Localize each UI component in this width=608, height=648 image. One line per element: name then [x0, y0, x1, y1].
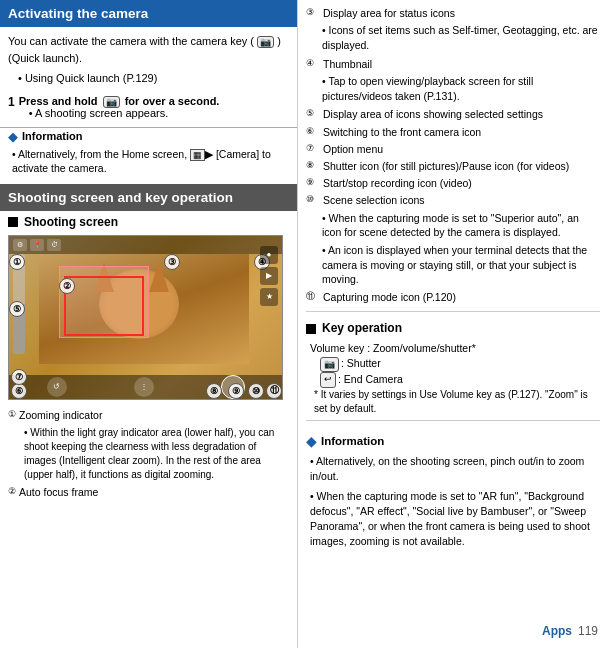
right-item-9: ⑨ Start/stop recording icon (video)	[306, 176, 600, 191]
cam-icon-video: ▶	[260, 267, 278, 285]
marker-3: ③	[164, 254, 180, 270]
info-content-left: • Alternatively, from the Home screen, ▦…	[12, 147, 289, 176]
info-item-1: • Alternatively, on the shooting screen,…	[310, 454, 600, 484]
key-op-section: Key operation Volume key : Zoom/volume/s…	[306, 320, 600, 416]
info-header-right: ◆ Information	[306, 431, 600, 451]
right-item-10: ⑩ Scene selection icons	[306, 193, 600, 208]
camera-top-bar: ⚙ 📍 ⏱	[9, 236, 282, 254]
apps-label: Apps	[542, 623, 572, 640]
black-square-icon	[8, 217, 18, 227]
right-item-8: ⑧ Shutter icon (for still pictures)/Paus…	[306, 159, 600, 174]
right-item-4: ④ Thumbnail	[306, 57, 600, 72]
right-item-11: ⑪ Capturing mode icon (P.120)	[306, 290, 600, 305]
key-op-line1: Volume key : Zoom/volume/shutter*	[310, 341, 600, 357]
home-grid-icon: ▦	[190, 149, 205, 161]
status-icon-2: 📍	[30, 239, 44, 251]
marker-8: ⑧	[206, 383, 222, 399]
desc-item-1: ① Zooming indicator	[8, 408, 289, 423]
camera-right-panel: ● ▶ ★	[258, 246, 280, 306]
shooting-screen-label: Shooting screen	[24, 215, 118, 229]
status-icon-3: ⏱	[47, 239, 61, 251]
desc-item-2: ② Auto focus frame	[8, 485, 289, 500]
step1-container: 1 Press and hold 📷 for over a second. • …	[0, 93, 297, 127]
desc-num-1: ①	[8, 408, 16, 423]
info-content-right: • Alternatively, on the shooting screen,…	[310, 454, 600, 549]
key-op-content: Volume key : Zoom/volume/shutter* 📷 : Sh…	[310, 341, 600, 416]
right-item-5: ⑤ Display area of icons showing selected…	[306, 107, 600, 122]
right-sub-10a: • When the capturing mode is set to "Sup…	[322, 211, 600, 240]
right-sub-10b: • An icon is displayed when your termina…	[322, 243, 600, 287]
cam-icon-scene: ★	[260, 288, 278, 306]
intro-text: You can activate the camera with the cam…	[8, 33, 289, 66]
right-column: ③ Display area for status icons • Icons …	[298, 0, 608, 648]
desc-section: ① Zooming indicator • Within the light g…	[0, 404, 297, 507]
info-section-right: ◆ Information • Alternatively, on the sh…	[306, 431, 600, 550]
status-icon-1: ⚙	[13, 239, 27, 251]
camera-shutter-key-icon: 📷	[320, 357, 339, 373]
section1-content: You can activate the camera with the cam…	[0, 27, 297, 93]
marker-10: ⑩	[248, 383, 264, 399]
info-diamond-row: ◆ Information	[8, 130, 289, 144]
marker-2: ②	[59, 278, 75, 294]
page-number: 119	[578, 623, 598, 640]
right-item-6: ⑥ Switching to the front camera icon	[306, 125, 600, 140]
focus-rect-pink	[59, 266, 149, 338]
right-sub-3: • Icons of set items such as Self-timer,…	[322, 23, 600, 53]
camera-key-icon: 📷	[257, 36, 274, 48]
bullet-quick-launch: • Using Quick launch (P.129)	[18, 70, 289, 87]
info-item-2: • When the capturing mode is set to "AR …	[310, 489, 600, 550]
key-end-label: : End Camera	[338, 372, 403, 388]
diamond-icon-right: ◆	[306, 431, 317, 451]
right-item-7: ⑦ Option menu	[306, 142, 600, 157]
camera-end-key-icon: ↩	[320, 372, 336, 388]
marker-11: ⑪	[266, 383, 282, 399]
cam-icon-shutter: ●	[260, 246, 278, 264]
left-column: Activating the camera You can activate t…	[0, 0, 298, 648]
key-op-label: Key operation	[322, 320, 402, 337]
info-box-left: ◆ Information • Alternatively, from the …	[0, 127, 297, 180]
marker-1: ①	[9, 254, 25, 270]
info-label-right: Information	[321, 433, 384, 450]
diamond-icon: ◆	[8, 129, 18, 144]
right-item-3: ③ Display area for status icons	[306, 6, 600, 21]
desc-sub-1: • Within the light gray indicator area (…	[24, 426, 289, 482]
footer: Apps 119	[542, 623, 598, 640]
step1-row: 1 Press and hold 📷 for over a second. • …	[8, 95, 289, 119]
key-op-header-row: Key operation	[306, 320, 600, 337]
marker-7: ⑦	[11, 369, 27, 385]
right-sub-4: • Tap to open viewing/playback screen fo…	[322, 74, 600, 104]
divider	[306, 311, 600, 312]
shooting-screen-row: Shooting screen	[0, 211, 297, 231]
shooting-header: Shooting screen and key operation	[0, 184, 297, 211]
step1-text-block: Press and hold 📷 for over a second. • A …	[19, 95, 220, 119]
desc-num-2: ②	[8, 485, 16, 500]
key-shutter-row: 📷 : Shutter	[318, 356, 600, 372]
cam-bottom-front: ↺	[47, 377, 67, 397]
step-number: 1	[8, 95, 15, 109]
key-op-square-icon	[306, 324, 316, 334]
divider-2	[306, 420, 600, 421]
key-end-row: ↩ : End Camera	[318, 372, 600, 388]
asterisk-note: * It varies by settings in Use Volume ke…	[314, 388, 600, 416]
marker-6: ⑥	[11, 383, 27, 399]
marker-5: ⑤	[9, 301, 25, 317]
key-shutter-label: : Shutter	[341, 356, 381, 372]
marker-9: ⑨	[228, 383, 244, 399]
activating-header: Activating the camera	[0, 0, 297, 27]
cam-bottom-options: ⋮	[134, 377, 154, 397]
step1-sub: • A shooting screen appears.	[29, 107, 220, 119]
camera-screenshot: ⚙ 📍 ⏱ ① ② ③ ④ ⑤	[8, 235, 283, 400]
